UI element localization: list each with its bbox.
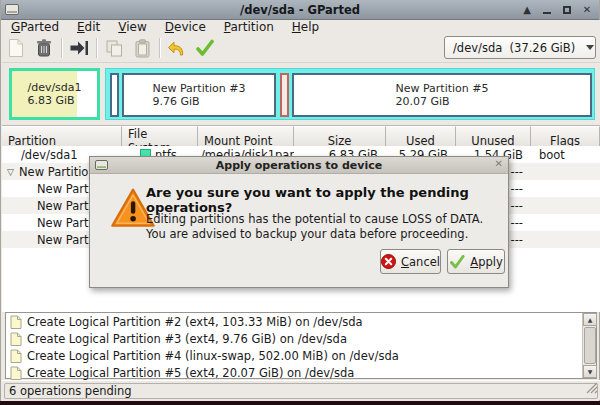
undo-button[interactable]	[163, 35, 191, 61]
undo-icon	[167, 39, 187, 57]
resize-move-icon	[69, 39, 89, 57]
status-text: 6 operations pending	[9, 384, 132, 398]
dialog-titlebar[interactable]: Apply operations to device ✕	[90, 157, 508, 174]
menubar: GParted Edit View Device Partition Help	[2, 20, 600, 34]
dialog-warning-line2: You are advised to backup your data befo…	[146, 227, 498, 242]
partition-table-header: Partition File System Mount Point Size U…	[2, 126, 600, 146]
apply-operations-dialog: Apply operations to device ✕ Are you sur…	[89, 156, 509, 288]
new-document-icon	[7, 38, 25, 58]
scroll-down-button[interactable]: ▼	[583, 365, 597, 378]
partition-label: New Partition #5	[395, 82, 488, 96]
paste-icon	[134, 39, 151, 58]
create-partition-icon	[10, 315, 22, 329]
menu-view[interactable]: View	[109, 20, 155, 34]
create-partition-icon	[10, 332, 22, 346]
resize-grip[interactable]	[585, 379, 598, 398]
scrollbar[interactable]: ▲ ▼	[582, 313, 596, 378]
partition-size: 6.83 GiB	[27, 94, 81, 108]
toolbar-separator	[61, 38, 62, 58]
scrollbar-thumb[interactable]	[584, 327, 596, 364]
pending-operations-panel: Create Logical Partition #2 (ext4, 103.3…	[5, 312, 597, 379]
dialog-close-icon[interactable]: ✕	[495, 158, 503, 169]
partition-label: New Partition #3	[152, 82, 245, 96]
delete-partition-button[interactable]	[30, 35, 58, 61]
visual-partition-5[interactable]: New Partition #5 20.07 GiB	[292, 73, 592, 117]
expander-icon[interactable]: ▽	[2, 167, 19, 177]
toolbar-separator	[159, 38, 160, 58]
maximize-button[interactable]	[559, 2, 575, 17]
create-partition-icon	[10, 349, 22, 363]
disk-visual-bar: /dev/sda1 6.83 GiB New Partition #3 9.76…	[2, 62, 600, 126]
new-partition-button[interactable]	[2, 35, 30, 61]
apply-button[interactable]: Apply	[447, 249, 505, 274]
apply-check-icon	[449, 255, 465, 269]
trash-icon	[35, 38, 53, 58]
minimize-button[interactable]	[539, 2, 555, 17]
device-selector-value: /dev/sda (37.26 GiB)	[453, 41, 575, 55]
shade-button[interactable]: ▲	[519, 2, 535, 17]
menu-help[interactable]: Help	[283, 20, 328, 34]
scroll-up-button[interactable]: ▲	[583, 313, 597, 326]
copy-icon	[105, 39, 124, 58]
chevron-down-icon	[586, 45, 594, 50]
cancel-button-label: Cancel	[401, 255, 440, 269]
menu-gparted[interactable]: GParted	[2, 20, 68, 34]
gparted-window: /dev/sda - GParted ▲ ✕ GParted Edit View…	[0, 0, 600, 401]
visual-partition-3[interactable]: New Partition #3 9.76 GiB	[122, 73, 276, 117]
operation-item[interactable]: Create Logical Partition #3 (ext4, 9.76 …	[6, 331, 596, 347]
menu-device[interactable]: Device	[156, 20, 215, 34]
partition-size: 20.07 GiB	[395, 95, 488, 109]
menu-partition[interactable]: Partition	[215, 20, 283, 34]
resize-move-button[interactable]	[65, 35, 93, 61]
partition-size: 9.76 GiB	[152, 95, 245, 109]
menu-edit[interactable]: Edit	[68, 20, 109, 34]
apply-button-label: Apply	[470, 255, 502, 269]
visual-partition-sda1[interactable]: /dev/sda1 6.83 GiB	[9, 68, 100, 120]
copy-button[interactable]	[100, 35, 128, 61]
dialog-title: Apply operations to device	[90, 159, 508, 172]
visual-partition-4-swap[interactable]	[280, 73, 289, 117]
device-selector[interactable]: /dev/sda (37.26 GiB)	[444, 36, 596, 59]
cancel-button[interactable]: Cancel	[380, 249, 441, 274]
visual-extended-partition[interactable]: New Partition #3 9.76 GiB New Partition …	[105, 68, 595, 120]
statusbar: 6 operations pending	[2, 380, 600, 400]
operation-item[interactable]: Create Logical Partition #4 (linux-swap,…	[6, 348, 596, 364]
visual-partition-2[interactable]	[110, 73, 119, 117]
cancel-icon	[381, 254, 396, 269]
create-partition-icon	[10, 366, 22, 380]
apply-operations-button[interactable]	[191, 35, 219, 61]
paste-button[interactable]	[128, 35, 156, 61]
window-title: /dev/sda - GParted	[1, 3, 599, 17]
titlebar[interactable]: /dev/sda - GParted ▲ ✕	[1, 0, 599, 20]
dialog-warning-line1: Editing partitions has the potential to …	[146, 212, 498, 227]
operation-item[interactable]: Create Logical Partition #2 (ext4, 103.3…	[6, 314, 596, 330]
operation-item[interactable]: Create Logical Partition #5 (ext4, 20.07…	[6, 365, 596, 381]
desktop-edge	[1, 401, 600, 405]
toolbar: /dev/sda (37.26 GiB)	[2, 34, 600, 62]
check-icon	[195, 39, 215, 57]
dialog-heading: Are you sure you want to apply the pendi…	[146, 185, 498, 215]
partition-label: /dev/sda1	[27, 81, 81, 95]
toolbar-separator	[96, 38, 97, 58]
close-button[interactable]: ✕	[579, 2, 595, 17]
